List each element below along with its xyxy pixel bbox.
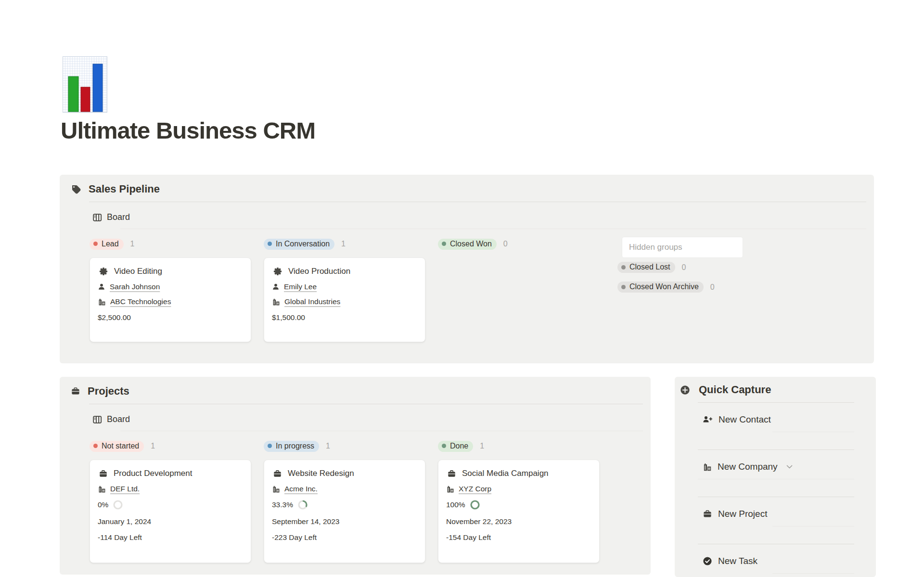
column-label: Closed Won bbox=[450, 240, 492, 248]
sales-board-view-tab[interactable]: Board bbox=[107, 212, 130, 222]
seal-icon bbox=[99, 267, 108, 276]
plus-circle-icon bbox=[680, 385, 690, 395]
building-icon bbox=[98, 298, 106, 306]
column-count: 0 bbox=[503, 240, 508, 248]
contact-link[interactable]: Emily Lee bbox=[284, 282, 317, 291]
project-card-website-redesign[interactable]: Website Redesign Acme Inc. 33.3% Septemb… bbox=[264, 460, 425, 563]
column-header-done[interactable]: Done bbox=[438, 441, 473, 452]
quick-item-new-project[interactable]: New Project bbox=[698, 497, 854, 544]
project-date: September 14, 2023 bbox=[272, 517, 417, 526]
person-icon bbox=[98, 283, 105, 291]
column-count: 1 bbox=[130, 240, 135, 248]
quick-item-new-contact[interactable]: New Contact bbox=[698, 403, 854, 450]
hidden-groups-input[interactable]: Hidden groups bbox=[622, 237, 743, 257]
projects-heading[interactable]: Projects bbox=[88, 385, 129, 397]
column-label: In progress bbox=[276, 442, 314, 450]
column-label: Lead bbox=[102, 240, 119, 248]
company-link[interactable]: Global Industries bbox=[284, 297, 340, 306]
board-view-icon bbox=[92, 415, 102, 424]
projects-column-in-progress: In progress 1 Website Redesign Acme Inc. bbox=[264, 439, 425, 563]
project-card-social-media-campaign[interactable]: Social Media Campaign XYZ Corp 100% Nove… bbox=[438, 460, 600, 563]
chevron-down-icon[interactable] bbox=[786, 465, 793, 469]
briefcase-icon bbox=[273, 469, 282, 478]
check-circle-icon bbox=[703, 556, 712, 566]
deal-amount: $1,500.00 bbox=[272, 313, 417, 322]
divider bbox=[89, 404, 643, 404]
project-card-product-development[interactable]: Product Development DEF Ltd. 0% January … bbox=[90, 460, 251, 563]
status-dot-blue bbox=[268, 242, 272, 246]
sales-column-lead: Lead 1 Video Editing Sarah Johnson bbox=[90, 237, 251, 342]
sales-column-in-conversation: In Conversation 1 Video Production Emily… bbox=[264, 237, 425, 342]
column-count: 1 bbox=[326, 442, 330, 450]
column-count: 1 bbox=[341, 240, 346, 248]
sales-column-closed-won: Closed Won 0 bbox=[438, 237, 600, 342]
briefcase-icon bbox=[71, 386, 80, 396]
column-label: Not started bbox=[102, 442, 139, 450]
column-header-lead[interactable]: Lead bbox=[90, 239, 124, 250]
briefcase-icon bbox=[99, 469, 108, 478]
projects-board-view-tab[interactable]: Board bbox=[107, 414, 130, 424]
quick-item-new-task[interactable]: New Task bbox=[698, 544, 854, 577]
column-header-closed-won[interactable]: Closed Won bbox=[438, 239, 497, 250]
days-left: -223 Day Left bbox=[272, 533, 417, 542]
quick-capture-heading[interactable]: Quick Capture bbox=[699, 384, 771, 396]
divider bbox=[698, 479, 854, 479]
hidden-group-label: Closed Won Archive bbox=[629, 282, 699, 291]
project-date: November 22, 2023 bbox=[446, 517, 591, 526]
column-label: Done bbox=[450, 442, 468, 450]
column-header-in-conversation[interactable]: In Conversation bbox=[264, 239, 334, 250]
quick-item-label: New Task bbox=[718, 556, 757, 566]
hidden-group-closed-lost[interactable]: Closed Lost bbox=[617, 262, 675, 273]
company-link[interactable]: DEF Ltd. bbox=[110, 485, 140, 493]
progress-percent: 33.3% bbox=[272, 500, 293, 509]
quick-item-new-company[interactable]: New Company bbox=[698, 450, 854, 497]
seal-icon bbox=[273, 267, 282, 276]
contact-link[interactable]: Sarah Johnson bbox=[110, 282, 160, 291]
building-icon bbox=[272, 298, 280, 306]
hidden-group-closed-won-archive[interactable]: Closed Won Archive bbox=[617, 282, 704, 293]
divider bbox=[772, 526, 854, 526]
projects-section: Projects Board Not started 1 bbox=[60, 377, 651, 575]
status-dot-green bbox=[442, 444, 446, 448]
card-title: Video Editing bbox=[114, 267, 162, 276]
sales-card-video-production[interactable]: Video Production Emily Lee Global Indust… bbox=[264, 257, 425, 342]
tag-icon bbox=[71, 184, 81, 194]
quick-item-label: New Project bbox=[718, 509, 767, 519]
quick-item-label: New Company bbox=[718, 462, 778, 472]
sales-card-video-editing[interactable]: Video Editing Sarah Johnson ABC Technolo… bbox=[90, 257, 251, 342]
divider bbox=[772, 573, 854, 574]
card-title: Social Media Campaign bbox=[462, 469, 549, 478]
building-icon bbox=[272, 485, 280, 493]
card-title: Product Development bbox=[114, 469, 192, 478]
hidden-groups-placeholder: Hidden groups bbox=[629, 243, 682, 252]
project-date: January 1, 2024 bbox=[98, 517, 243, 526]
divider bbox=[89, 202, 866, 202]
progress-percent: 0% bbox=[98, 500, 108, 509]
briefcase-icon bbox=[447, 469, 456, 478]
column-header-not-started[interactable]: Not started bbox=[90, 441, 144, 452]
building-icon bbox=[446, 485, 454, 493]
company-link[interactable]: XYZ Corp bbox=[459, 485, 491, 493]
person-plus-icon bbox=[703, 415, 713, 424]
company-link[interactable]: ABC Technologies bbox=[110, 297, 171, 306]
column-header-in-progress[interactable]: In progress bbox=[264, 441, 319, 452]
column-count: 1 bbox=[480, 442, 484, 450]
board-view-icon bbox=[92, 213, 102, 222]
person-icon bbox=[272, 283, 280, 291]
sales-pipeline-section: Sales Pipeline Board Lead 1 bbox=[60, 175, 874, 363]
days-left: -114 Day Left bbox=[98, 533, 243, 542]
sales-pipeline-heading[interactable]: Sales Pipeline bbox=[89, 183, 160, 195]
status-dot-gray bbox=[621, 265, 626, 269]
hidden-group-count: 0 bbox=[682, 263, 686, 272]
days-left: -154 Day Left bbox=[446, 533, 591, 542]
hidden-group-label: Closed Lost bbox=[629, 263, 670, 271]
progress-percent: 100% bbox=[446, 500, 465, 509]
company-link[interactable]: Acme Inc. bbox=[284, 485, 318, 493]
progress-ring bbox=[113, 500, 123, 510]
column-count: 1 bbox=[151, 442, 155, 450]
quick-capture-section: Quick Capture New Contact New Company bbox=[675, 377, 876, 577]
status-dot-red bbox=[93, 242, 98, 246]
building-icon bbox=[98, 485, 106, 493]
column-label: In Conversation bbox=[276, 240, 330, 248]
deal-amount: $2,500.00 bbox=[98, 313, 243, 322]
